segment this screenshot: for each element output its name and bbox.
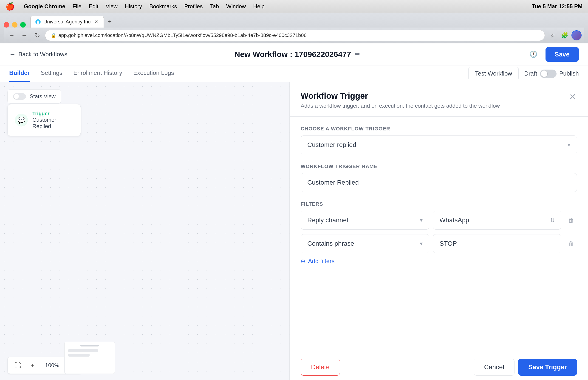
cancel-button[interactable]: Cancel — [474, 359, 514, 376]
profile-avatar — [571, 30, 582, 40]
filter-1-delete-button[interactable]: 🗑 — [565, 214, 577, 226]
edit-title-icon[interactable]: ✏ — [355, 51, 360, 58]
system-time: Tue 5 Mar 12:55 PM — [532, 3, 583, 10]
main-content: Stats View 💬 Trigger Customer Replied ⛶ … — [0, 82, 588, 380]
history-button[interactable]: 🕐 — [527, 48, 540, 61]
trigger-icon: 💬 — [15, 114, 28, 127]
workflow-trigger-panel: Workflow Trigger Adds a workflow trigger… — [289, 82, 588, 380]
chevron-down-icon: ▾ — [420, 240, 423, 247]
trigger-name-field-label: WORKFLOW TRIGGER NAME — [301, 164, 577, 170]
filter-2-value-input[interactable]: STOP — [433, 234, 562, 253]
history-menu[interactable]: History — [125, 3, 142, 10]
stats-toggle: Stats View — [7, 89, 61, 104]
trigger-name-input[interactable] — [301, 173, 577, 192]
extensions-button[interactable]: 🧩 — [560, 30, 570, 40]
delete-trigger-button[interactable]: Delete — [301, 359, 340, 376]
filter-1-type-select[interactable]: Reply channel ▾ — [301, 211, 429, 230]
filter-2-delete-button[interactable]: 🗑 — [565, 238, 577, 249]
stats-toggle-knob — [14, 94, 19, 99]
tab-execution-logs[interactable]: Execution Logs — [133, 65, 174, 82]
plus-circle-icon: ⊕ — [301, 258, 305, 265]
back-nav-button[interactable]: ← — [6, 30, 17, 40]
trigger-name: Customer Replied — [32, 117, 73, 130]
panel-close-button[interactable]: ✕ — [568, 91, 577, 103]
reload-button[interactable]: ↻ — [32, 30, 42, 40]
window-close-dot[interactable] — [4, 22, 9, 28]
tab-settings[interactable]: Settings — [41, 65, 62, 82]
edit-menu[interactable]: Edit — [89, 3, 98, 10]
drag-handle — [80, 345, 99, 346]
choose-trigger-section: CHOOSE A WORKFLOW TRIGGER Customer repli… — [301, 126, 577, 154]
tab-favicon-icon: 🌐 — [35, 19, 41, 25]
mini-line-1 — [68, 349, 98, 352]
test-workflow-button[interactable]: Test Workflow — [468, 67, 519, 80]
workflow-title: New Workflow : 1709622026477 ✏ — [75, 50, 520, 59]
add-filters-button[interactable]: ⊕ Add filters — [301, 258, 577, 265]
stats-view-label: Stats View — [30, 93, 56, 100]
panel-subtitle: Adds a workflow trigger, and on executio… — [301, 103, 568, 109]
chevron-down-icon: ▾ — [420, 217, 423, 223]
panel-title-section: Workflow Trigger Adds a workflow trigger… — [301, 91, 568, 109]
apple-logo-icon[interactable]: 🍎 — [5, 2, 15, 11]
filter-row-1: Reply channel ▾ WhatsApp ⇅ 🗑 — [301, 211, 577, 230]
draft-label: Draft — [524, 70, 537, 77]
mini-preview — [64, 342, 115, 374]
footer-right: Cancel Save Trigger — [474, 359, 577, 376]
filter-2-value-text: STOP — [440, 240, 457, 247]
bookmark-button[interactable]: ☆ — [548, 30, 558, 40]
filter-1-value-select[interactable]: WhatsApp ⇅ — [433, 211, 562, 230]
filter-2-type-value: Contains phrase — [307, 240, 354, 247]
profile-button[interactable] — [571, 30, 582, 40]
chevron-down-icon: ▾ — [568, 142, 570, 148]
browser-chrome: 🌐 Universal Agency Inc ✕ + ← → ↻ 🔒 app.g… — [0, 13, 588, 43]
filters-label: FILTERS — [301, 201, 577, 207]
url-text: app.gohighlevel.com/location/Ab8nWqUWNZG… — [58, 32, 307, 38]
filters-section: FILTERS Reply channel ▾ WhatsApp ⇅ 🗑 — [301, 201, 577, 265]
tab-close-button[interactable]: ✕ — [94, 19, 99, 25]
tab-builder[interactable]: Builder — [9, 65, 30, 82]
help-menu[interactable]: Help — [253, 3, 264, 10]
trigger-node[interactable]: 💬 Trigger Customer Replied — [7, 104, 81, 136]
browser-tab-active[interactable]: 🌐 Universal Agency Inc ✕ — [30, 16, 104, 28]
forward-nav-button[interactable]: → — [19, 30, 29, 40]
profiles-menu[interactable]: Profiles — [184, 3, 203, 10]
back-arrow-icon: ← — [9, 51, 16, 58]
trigger-label: Trigger — [32, 111, 73, 117]
mini-line-2 — [68, 354, 90, 357]
sub-nav: Builder Settings Enrollment History Exec… — [0, 65, 588, 82]
tab-menu[interactable]: Tab — [210, 3, 219, 10]
workflow-title-text: New Workflow : 1709622026477 — [235, 50, 351, 59]
bookmarks-menu[interactable]: Bookmarks — [149, 3, 177, 10]
file-menu[interactable]: File — [73, 3, 81, 10]
publish-label: Publish — [559, 70, 579, 77]
tab-title: Universal Agency Inc — [43, 19, 91, 25]
view-menu[interactable]: View — [106, 3, 118, 10]
stats-view-toggle[interactable] — [13, 93, 26, 100]
window-minimize-dot[interactable] — [12, 22, 18, 28]
top-nav: ← Back to Workflows New Workflow : 17096… — [0, 43, 588, 65]
draft-toggle-container: Draft Publish — [524, 70, 579, 78]
workflow-canvas[interactable]: Stats View 💬 Trigger Customer Replied ⛶ … — [0, 82, 289, 380]
tab-enrollment-history[interactable]: Enrollment History — [74, 65, 122, 82]
address-bar[interactable]: 🔒 app.gohighlevel.com/location/Ab8nWqUWN… — [45, 30, 545, 41]
expand-button[interactable]: ⛶ — [11, 359, 24, 372]
filter-1-value-text: WhatsApp — [440, 216, 469, 224]
app-content: ← Back to Workflows New Workflow : 17096… — [0, 43, 588, 380]
save-button[interactable]: Save — [546, 47, 579, 62]
filter-2-type-select[interactable]: Contains phrase ▾ — [301, 234, 429, 253]
panel-title: Workflow Trigger — [301, 91, 568, 101]
publish-toggle[interactable] — [540, 70, 557, 78]
app-name-menu[interactable]: Google Chrome — [24, 3, 65, 10]
back-to-workflows-link[interactable]: ← Back to Workflows — [9, 51, 67, 58]
filter-row-2: Contains phrase ▾ STOP 🗑 — [301, 234, 577, 253]
new-tab-button[interactable]: + — [105, 17, 115, 27]
window-menu[interactable]: Window — [226, 3, 246, 10]
panel-header: Workflow Trigger Adds a workflow trigger… — [290, 82, 588, 117]
trigger-type-value: Customer replied — [307, 141, 356, 149]
zoom-level: 100% — [41, 362, 64, 368]
window-maximize-dot[interactable] — [20, 22, 26, 28]
save-trigger-button[interactable]: Save Trigger — [518, 359, 577, 376]
trigger-name-section: WORKFLOW TRIGGER NAME — [301, 164, 577, 192]
zoom-in-button[interactable]: + — [26, 359, 39, 372]
trigger-type-select[interactable]: Customer replied ▾ — [301, 135, 577, 154]
